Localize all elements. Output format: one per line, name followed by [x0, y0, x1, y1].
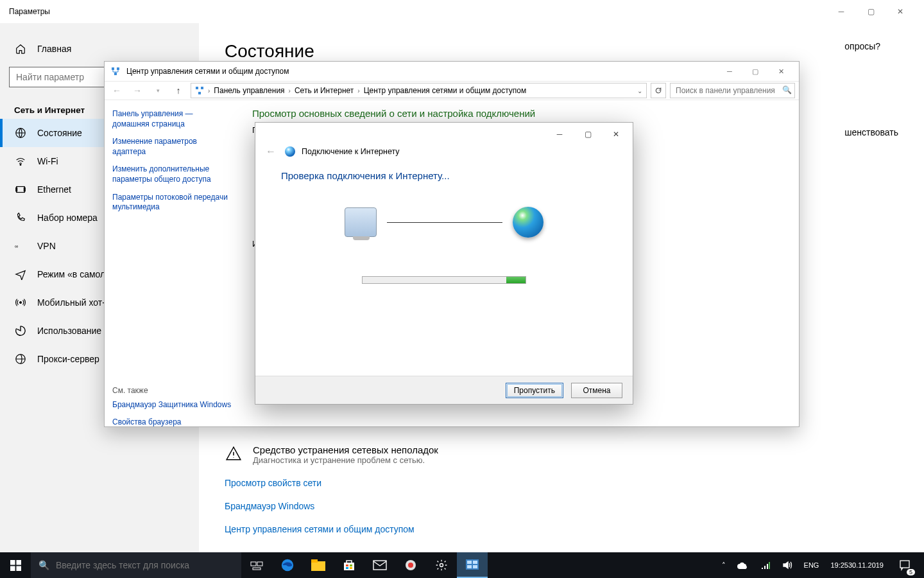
troubleshoot-section[interactable]: Средство устранения сетевых неполадок Ди…	[225, 444, 898, 465]
sidebar-item-label: Состояние	[37, 128, 82, 138]
troubleshoot-title: Средство устранения сетевых неполадок	[253, 444, 438, 455]
link-view-network-props[interactable]: Просмотр свойств сети	[225, 478, 898, 488]
dialup-icon	[14, 211, 27, 224]
sidebar-home[interactable]: Главная	[0, 35, 199, 63]
taskbar-mail[interactable]	[364, 552, 395, 578]
search-icon[interactable]: 🔍	[782, 85, 792, 94]
help-link-questions[interactable]: опросы?	[844, 41, 898, 51]
svg-rect-39	[764, 566, 766, 569]
breadcrumb[interactable]: › Панель управления › Сеть и Интернет › …	[191, 83, 647, 98]
maximize-button[interactable]: ▢	[856, 0, 886, 23]
tray-time: 19:25	[830, 561, 848, 569]
tray-clock[interactable]: 19:25 30.11.2019	[827, 552, 887, 578]
wizard-close-button[interactable]: ✕	[602, 125, 630, 144]
taskbar-store[interactable]	[334, 552, 364, 578]
link-windows-firewall[interactable]: Брандмауэр Windows	[225, 501, 898, 511]
cp-address-bar: ← → ▾ ↑ › Панель управления › Сеть и Инт…	[105, 81, 799, 100]
proxy-icon	[14, 353, 27, 365]
nav-up-button[interactable]: ↑	[170, 82, 187, 99]
taskbar-search[interactable]: 🔍	[31, 552, 241, 578]
cp-maximize-button[interactable]: ▢	[742, 62, 768, 80]
svg-rect-14	[10, 560, 15, 565]
svg-rect-16	[10, 566, 15, 571]
cp-link-home[interactable]: Панель управления — домашняя страница	[112, 109, 232, 129]
breadcrumb-root-icon	[195, 86, 204, 95]
svg-rect-22	[311, 561, 325, 571]
taskbar-app-generic[interactable]	[395, 552, 426, 578]
cp-link-browser-properties[interactable]: Свойства браузера	[112, 417, 232, 426]
wizard-titlebar: ─ ▢ ✕	[255, 123, 633, 146]
progress-fill	[506, 277, 526, 283]
internet-connection-wizard: ─ ▢ ✕ ← Подключение к Интернету Проверка…	[255, 122, 633, 405]
svg-rect-9	[117, 67, 119, 70]
svg-rect-15	[16, 560, 21, 565]
sidebar-item-label: Прокси-сервер	[37, 354, 99, 364]
tray-volume-icon[interactable]	[779, 552, 796, 578]
cp-link-advanced-sharing[interactable]: Изменить дополнительные параметры общего…	[112, 164, 232, 184]
nav-back-button[interactable]: ←	[108, 82, 125, 99]
svg-rect-20	[253, 568, 261, 570]
wizard-back-button[interactable]: ←	[266, 146, 278, 157]
cp-search-input[interactable]	[670, 83, 795, 98]
svg-rect-2	[17, 187, 25, 193]
taskbar-settings[interactable]	[426, 552, 457, 578]
connection-line	[387, 222, 502, 223]
help-link-improve[interactable]: шенствовать	[844, 127, 898, 137]
tray-notifications[interactable]: 5	[892, 552, 918, 578]
status-icon	[14, 127, 27, 139]
settings-title: Параметры	[9, 7, 826, 16]
svg-point-32	[440, 564, 443, 567]
tray-network-icon[interactable]	[757, 552, 774, 578]
taskbar-control-panel[interactable]	[457, 552, 488, 578]
link-network-center[interactable]: Центр управления сетями и общим доступом	[225, 524, 898, 534]
close-button[interactable]: ✕	[886, 0, 915, 23]
breadcrumb-dropdown-icon[interactable]: ⌄	[637, 87, 642, 94]
tray-date: 30.11.2019	[848, 561, 884, 569]
system-tray: ˄ ENG 19:25 30.11.2019 5	[712, 552, 924, 578]
help-links: опросы? шенствовать	[844, 41, 898, 148]
taskbar-explorer[interactable]	[303, 552, 334, 578]
svg-rect-11	[196, 87, 198, 89]
airplane-icon	[14, 268, 27, 281]
cp-close-button[interactable]: ✕	[768, 62, 794, 80]
tray-show-hidden-icons[interactable]: ˄	[719, 552, 729, 578]
cp-minimize-button[interactable]: ─	[717, 62, 742, 80]
start-button[interactable]	[0, 552, 31, 578]
taskbar-search-input[interactable]	[56, 560, 234, 570]
sidebar-item-label: Набор номера	[37, 213, 98, 223]
settings-titlebar: Параметры ─ ▢ ✕	[0, 0, 924, 23]
cp-window-controls: ─ ▢ ✕	[717, 62, 794, 80]
network-center-icon	[110, 66, 121, 77]
cp-link-adapter-settings[interactable]: Изменение параметров адаптера	[112, 137, 232, 157]
svg-rect-36	[467, 565, 472, 568]
nav-forward-button[interactable]: →	[129, 82, 146, 99]
breadcrumb-item[interactable]: Сеть и Интернет	[295, 86, 354, 95]
svg-point-1	[20, 164, 21, 166]
cp-search-wrap: 🔍	[670, 83, 795, 98]
task-view-button[interactable]	[241, 552, 272, 578]
breadcrumb-item[interactable]: Панель управления	[214, 86, 284, 95]
chevron-right-icon: ›	[208, 87, 210, 94]
search-icon: 🔍	[38, 560, 49, 570]
refresh-button[interactable]	[651, 83, 666, 98]
tray-language[interactable]: ENG	[801, 552, 823, 578]
wizard-maximize-button[interactable]: ▢	[574, 125, 602, 144]
wizard-footer: Пропустить Отмена	[255, 376, 633, 404]
tray-onedrive-icon[interactable]	[734, 552, 752, 578]
breadcrumb-item[interactable]: Центр управления сетями и общим доступом	[364, 86, 527, 95]
svg-rect-27	[346, 567, 348, 569]
minimize-button[interactable]: ─	[826, 0, 856, 23]
skip-button[interactable]: Пропустить	[506, 383, 563, 398]
vpn-icon: ∞	[14, 240, 27, 252]
sidebar-item-label: VPN	[37, 241, 56, 251]
page-title: Состояние	[225, 41, 898, 62]
connection-diagram	[281, 197, 607, 248]
cp-link-media-streaming[interactable]: Параметры потоковой передачи мультимедиа	[112, 193, 232, 213]
cp-link-defender-firewall[interactable]: Брандмауэр Защитника Windows	[112, 400, 232, 410]
taskbar-edge[interactable]	[272, 552, 303, 578]
nav-recent-button[interactable]: ▾	[150, 82, 166, 99]
wizard-content: Проверка подключения к Интернету...	[255, 164, 633, 376]
cp-see-also-label: См. также	[112, 386, 232, 395]
cancel-button[interactable]: Отмена	[571, 383, 622, 398]
wizard-minimize-button[interactable]: ─	[545, 125, 574, 144]
